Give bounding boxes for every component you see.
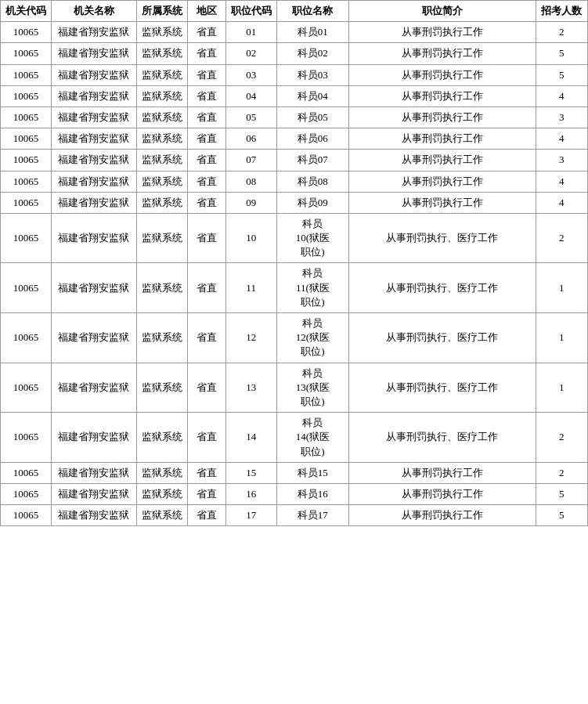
cell-count: 5 bbox=[536, 64, 587, 85]
cell-system: 监狱系统 bbox=[136, 505, 187, 526]
cell-pos-code: 03 bbox=[225, 64, 276, 85]
cell-pos-name: 科员13(狱医职位) bbox=[276, 363, 348, 413]
cell-pos-name: 科员05 bbox=[276, 107, 348, 128]
cell-pos-code: 01 bbox=[225, 22, 276, 43]
table-row: 10065福建省翔安监狱监狱系统省直10科员10(狱医职位)从事刑罚执行、医疗工… bbox=[1, 213, 588, 263]
cell-name: 福建省翔安监狱 bbox=[52, 483, 137, 504]
cell-system: 监狱系统 bbox=[136, 150, 187, 171]
table-row: 10065福建省翔安监狱监狱系统省直02科员02从事刑罚执行工作5 bbox=[1, 43, 588, 64]
cell-system: 监狱系统 bbox=[136, 43, 187, 64]
cell-area: 省直 bbox=[187, 150, 225, 171]
table-row: 10065福建省翔安监狱监狱系统省直09科员09从事刑罚执行工作4 bbox=[1, 192, 588, 213]
cell-area: 省直 bbox=[187, 483, 225, 504]
cell-area: 省直 bbox=[187, 363, 225, 413]
cell-desc: 从事刑罚执行工作 bbox=[348, 128, 536, 150]
cell-desc: 从事刑罚执行工作 bbox=[348, 85, 536, 107]
cell-desc: 从事刑罚执行工作 bbox=[348, 150, 536, 171]
cell-pos-code: 04 bbox=[225, 85, 276, 107]
cell-pos-name: 科员03 bbox=[276, 64, 348, 85]
cell-name: 福建省翔安监狱 bbox=[52, 64, 137, 85]
table-row: 10065福建省翔安监狱监狱系统省直14科员14(狱医职位)从事刑罚执行、医疗工… bbox=[1, 413, 588, 463]
cell-count: 1 bbox=[536, 263, 587, 313]
table-row: 10065福建省翔安监狱监狱系统省直07科员07从事刑罚执行工作3 bbox=[1, 150, 588, 171]
cell-name: 福建省翔安监狱 bbox=[52, 107, 137, 128]
cell-pos-name: 科员12(狱医职位) bbox=[276, 313, 348, 363]
cell-name: 福建省翔安监狱 bbox=[52, 413, 137, 463]
cell-count: 5 bbox=[536, 483, 587, 504]
cell-name: 福建省翔安监狱 bbox=[52, 150, 137, 171]
cell-desc: 从事刑罚执行工作 bbox=[348, 22, 536, 43]
cell-area: 省直 bbox=[187, 313, 225, 363]
cell-desc: 从事刑罚执行、医疗工作 bbox=[348, 263, 536, 313]
cell-count: 1 bbox=[536, 363, 587, 413]
cell-pos-name: 科员02 bbox=[276, 43, 348, 64]
cell-area: 省直 bbox=[187, 192, 225, 213]
cell-pos-code: 06 bbox=[225, 128, 276, 150]
cell-area: 省直 bbox=[187, 43, 225, 64]
cell-name: 福建省翔安监狱 bbox=[52, 213, 137, 263]
cell-system: 监狱系统 bbox=[136, 192, 187, 213]
cell-desc: 从事刑罚执行、医疗工作 bbox=[348, 213, 536, 263]
cell-name: 福建省翔安监狱 bbox=[52, 22, 137, 43]
table-header-row: 机关代码 机关名称 所属系统 地区 职位代码 职位名称 职位简介 招考人数 bbox=[1, 1, 588, 22]
cell-code: 10065 bbox=[1, 263, 52, 313]
cell-code: 10065 bbox=[1, 313, 52, 363]
cell-count: 5 bbox=[536, 505, 587, 526]
cell-code: 10065 bbox=[1, 128, 52, 150]
cell-code: 10065 bbox=[1, 43, 52, 64]
cell-system: 监狱系统 bbox=[136, 462, 187, 483]
cell-system: 监狱系统 bbox=[136, 263, 187, 313]
header-pos-name: 职位名称 bbox=[276, 1, 348, 22]
cell-area: 省直 bbox=[187, 213, 225, 263]
table-row: 10065福建省翔安监狱监狱系统省直12科员12(狱医职位)从事刑罚执行、医疗工… bbox=[1, 313, 588, 363]
table-row: 10065福建省翔安监狱监狱系统省直03科员03从事刑罚执行工作5 bbox=[1, 64, 588, 85]
cell-count: 3 bbox=[536, 107, 587, 128]
cell-pos-code: 05 bbox=[225, 107, 276, 128]
cell-count: 2 bbox=[536, 213, 587, 263]
cell-pos-code: 12 bbox=[225, 313, 276, 363]
cell-code: 10065 bbox=[1, 192, 52, 213]
cell-count: 4 bbox=[536, 128, 587, 150]
cell-code: 10065 bbox=[1, 413, 52, 463]
cell-pos-name: 科员08 bbox=[276, 171, 348, 192]
cell-system: 监狱系统 bbox=[136, 64, 187, 85]
cell-system: 监狱系统 bbox=[136, 85, 187, 107]
cell-pos-name: 科员10(狱医职位) bbox=[276, 213, 348, 263]
table-row: 10065福建省翔安监狱监狱系统省直01科员01从事刑罚执行工作2 bbox=[1, 22, 588, 43]
cell-count: 3 bbox=[536, 150, 587, 171]
cell-pos-name: 科员14(狱医职位) bbox=[276, 413, 348, 463]
cell-area: 省直 bbox=[187, 22, 225, 43]
cell-name: 福建省翔安监狱 bbox=[52, 128, 137, 150]
cell-system: 监狱系统 bbox=[136, 107, 187, 128]
cell-code: 10065 bbox=[1, 363, 52, 413]
cell-desc: 从事刑罚执行工作 bbox=[348, 505, 536, 526]
cell-pos-name: 科员17 bbox=[276, 505, 348, 526]
cell-system: 监狱系统 bbox=[136, 128, 187, 150]
cell-pos-code: 17 bbox=[225, 505, 276, 526]
table-row: 10065福建省翔安监狱监狱系统省直04科员04从事刑罚执行工作4 bbox=[1, 85, 588, 107]
header-desc: 职位简介 bbox=[348, 1, 536, 22]
cell-count: 2 bbox=[536, 22, 587, 43]
table-row: 10065福建省翔安监狱监狱系统省直17科员17从事刑罚执行工作5 bbox=[1, 505, 588, 526]
cell-name: 福建省翔安监狱 bbox=[52, 85, 137, 107]
cell-pos-name: 科员15 bbox=[276, 462, 348, 483]
cell-pos-name: 科员11(狱医职位) bbox=[276, 263, 348, 313]
table-row: 10065福建省翔安监狱监狱系统省直08科员08从事刑罚执行工作4 bbox=[1, 171, 588, 192]
header-code: 机关代码 bbox=[1, 1, 52, 22]
cell-name: 福建省翔安监狱 bbox=[52, 462, 137, 483]
cell-area: 省直 bbox=[187, 85, 225, 107]
cell-code: 10065 bbox=[1, 483, 52, 504]
cell-desc: 从事刑罚执行工作 bbox=[348, 462, 536, 483]
cell-count: 2 bbox=[536, 413, 587, 463]
cell-system: 监狱系统 bbox=[136, 313, 187, 363]
cell-name: 福建省翔安监狱 bbox=[52, 363, 137, 413]
cell-system: 监狱系统 bbox=[136, 22, 187, 43]
header-area: 地区 bbox=[187, 1, 225, 22]
cell-code: 10065 bbox=[1, 107, 52, 128]
table-row: 10065福建省翔安监狱监狱系统省直13科员13(狱医职位)从事刑罚执行、医疗工… bbox=[1, 363, 588, 413]
cell-code: 10065 bbox=[1, 150, 52, 171]
cell-area: 省直 bbox=[187, 128, 225, 150]
header-pos-code: 职位代码 bbox=[225, 1, 276, 22]
cell-system: 监狱系统 bbox=[136, 213, 187, 263]
cell-area: 省直 bbox=[187, 107, 225, 128]
